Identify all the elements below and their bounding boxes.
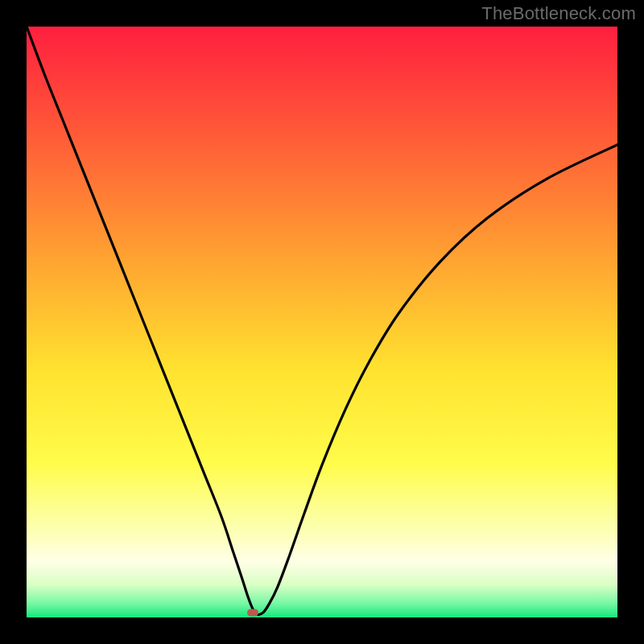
bottleneck-curve bbox=[27, 27, 617, 617]
chart-frame: TheBottleneck.com bbox=[0, 0, 644, 644]
minimum-marker bbox=[247, 609, 258, 617]
watermark-label: TheBottleneck.com bbox=[481, 3, 636, 24]
plot-area bbox=[27, 27, 617, 617]
